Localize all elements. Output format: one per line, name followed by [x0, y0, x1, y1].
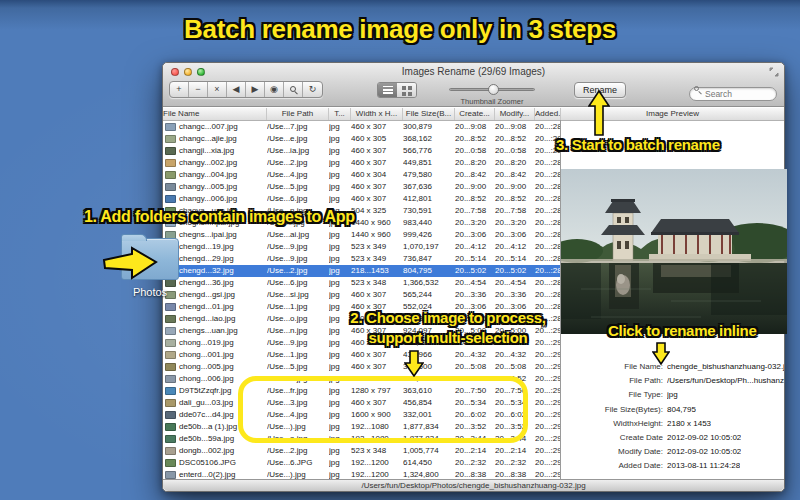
table-row[interactable]: changc...ajie.jpg/Use...e.jpgjpg460 x 30…: [163, 133, 560, 145]
table-row[interactable]: changy...002.jpg/Use...2.jpgjpg460 x 307…: [163, 157, 560, 169]
refresh-button[interactable]: ↻: [303, 82, 322, 97]
traffic-lights: [171, 68, 205, 76]
column-header[interactable]: T...: [329, 108, 351, 120]
created-cell: 20...9:00: [455, 181, 495, 193]
next-button[interactable]: ▶: [246, 82, 265, 97]
path-cell: /Use...7.jpg: [267, 121, 329, 133]
size-cell: 804,795: [403, 265, 455, 277]
dims-cell: 523 x 348: [351, 445, 403, 457]
thumbnail-icon: [165, 411, 176, 419]
added-cell: 20...:28: [535, 217, 560, 229]
added-cell: 20...:28: [535, 169, 560, 181]
modified-cell: 20...9:08: [495, 121, 535, 133]
previous-button[interactable]: ◀: [227, 82, 246, 97]
annotation-step2-line2: support multi-selection: [326, 328, 570, 348]
type-cell: jpg: [329, 277, 351, 289]
dims-cell: 460 x 305: [351, 133, 403, 145]
add-button[interactable]: +: [170, 82, 189, 97]
minimize-button[interactable]: [184, 68, 192, 76]
file-info-row[interactable]: File Type:jpg: [561, 388, 784, 402]
table-row[interactable]: chengd...32.jpg/Use...2.jpgjpg218...1453…: [163, 265, 560, 277]
delete-button[interactable]: ×: [208, 82, 227, 97]
added-cell: 20...:29: [535, 433, 560, 445]
file-name-cell: chengd...iao.jpg: [163, 313, 267, 325]
file-info-row[interactable]: Added Date:2013-08-11 11:24:28: [561, 459, 784, 473]
thumbnail-zoomer-label: Thumbnail Zoomer: [449, 97, 535, 106]
table-row[interactable]: changji...xia.jpg/Use...ia.jpgjpg460 x 3…: [163, 145, 560, 157]
column-header[interactable]: File Size(B...: [403, 108, 455, 120]
remove-button[interactable]: −: [189, 82, 208, 97]
file-name-cell: chong...001.jpg: [163, 349, 267, 361]
dims-cell: 460 x 307: [351, 157, 403, 169]
table-row[interactable]: changc...007.jpg/Use...7.jpgjpg460 x 307…: [163, 121, 560, 133]
table-row[interactable]: changy...005.jpg/Use...5.jpgjpg460 x 307…: [163, 181, 560, 193]
file-info-row[interactable]: WidthxHeight:2180 x 1453: [561, 417, 784, 431]
search-input[interactable]: [689, 87, 777, 101]
type-cell: jpg: [329, 289, 351, 301]
file-info-row[interactable]: File Path:/Users/fun/Desktop/Ph...hushan…: [561, 374, 784, 388]
file-info-row[interactable]: Modify Date:2012-09-02 10:05:02: [561, 445, 784, 459]
thumbnail-icon: [165, 183, 176, 191]
thumbnail-zoomer-slider[interactable]: [449, 88, 535, 91]
column-header[interactable]: Modify...: [495, 108, 535, 120]
zoom-button[interactable]: [197, 68, 205, 76]
table-row[interactable]: changy...004.jpg/Use...4.jpgjpg460 x 304…: [163, 169, 560, 181]
created-cell: 20...2:32: [455, 457, 495, 469]
info-value: 2012-09-02 10:05:02: [667, 431, 741, 445]
search-tool-button[interactable]: [284, 82, 303, 97]
file-name-cell: chong...005.jpg: [163, 361, 267, 373]
table-row[interactable]: chengd...19.jpg/Use...9.jpgjpg523 x 3491…: [163, 241, 560, 253]
info-label: WidthxHeight:: [561, 417, 667, 431]
column-header[interactable]: Added...: [535, 108, 561, 120]
file-info-row[interactable]: File Size(Bytes):804,795: [561, 403, 784, 417]
view-mode-toggle[interactable]: [377, 82, 417, 98]
thumbnail-icon: [165, 399, 176, 407]
annotation-step2: 2. Choose image to process, support mult…: [326, 308, 570, 348]
added-cell: 20...:28: [535, 121, 560, 133]
info-label: Create Date: [561, 431, 667, 445]
path-cell: /Use...6.jpg: [267, 193, 329, 205]
file-name-cell: changji...xia.jpg: [163, 145, 267, 157]
info-value: jpg: [667, 388, 678, 402]
created-cell: 20...3:36: [455, 289, 495, 301]
column-header[interactable]: Width x H...: [351, 108, 403, 120]
table-row[interactable]: chong...001.jpg/Use...1.jpgjpg460 x 3074…: [163, 349, 560, 361]
path-cell: /Use...e.jpg: [267, 133, 329, 145]
column-header[interactable]: Create...: [455, 108, 495, 120]
arrow-down-to-box-icon: [404, 350, 424, 377]
close-button[interactable]: [171, 68, 179, 76]
column-header[interactable]: File Name: [163, 108, 267, 120]
titlebar[interactable]: Images Rename (29/69 Images): [163, 63, 784, 80]
table-row[interactable]: chengd...36.jpg/Use...6.jpgjpg523 x 3481…: [163, 277, 560, 289]
column-header[interactable]: File Path: [267, 108, 329, 120]
desktop: { "annotations": { "title": "Batch renam…: [0, 0, 800, 500]
window-chrome: Images Rename (29/69 Images) +−×◀▶◉↻ Thu…: [163, 63, 784, 107]
modified-cell: 20...7:58: [495, 205, 535, 217]
table-row[interactable]: enterd...0(2).jpg/Use...).jpgjpg192...12…: [163, 469, 560, 479]
file-info-row[interactable]: File Name:chengde_bishushanzhuang-032.jp…: [561, 360, 784, 374]
file-info-row[interactable]: Create Date2012-09-02 10:05:02: [561, 431, 784, 445]
thumbnail-zoomer-knob[interactable]: [488, 84, 499, 95]
file-name-cell: changy...006.jpg: [163, 193, 267, 205]
created-cell: 20...3:06: [455, 229, 495, 241]
table-row[interactable]: dongb...002.jpg/Use...2.jpgjpg523 x 3481…: [163, 445, 560, 457]
table-row[interactable]: DSC05106.JPG/Use...6.JPGjpg192...1200614…: [163, 457, 560, 469]
table-row[interactable]: changy...006.jpg/Use...6.jpgjpg460 x 307…: [163, 193, 560, 205]
info-value: /Users/fun/Desktop/Ph...hushanzhuang-032…: [667, 374, 784, 388]
modified-cell: 20...8:38: [495, 469, 535, 479]
image-preview-photo: [561, 169, 787, 334]
dims-cell: 460 x 307: [351, 181, 403, 193]
added-cell: 20...:28: [535, 193, 560, 205]
search-icon: [694, 86, 699, 91]
list-view-icon[interactable]: [378, 83, 397, 97]
preview-button[interactable]: ◉: [265, 82, 284, 97]
thumbnail-icon: [165, 315, 176, 323]
table-row[interactable]: chong...005.jpg/Use...5.jpgjpg460 x 3073…: [163, 361, 560, 373]
resize-grip-icon[interactable]: [769, 67, 779, 77]
table-row[interactable]: chegns...ipai.jpg/Use...ai.jpgjpg1440 x …: [163, 229, 560, 241]
table-row[interactable]: chengd...29.jpg/Use...9.jpgjpg523 x 3497…: [163, 253, 560, 265]
created-cell: 20...0:58: [455, 145, 495, 157]
grid-view-icon[interactable]: [397, 83, 416, 97]
thumbnail-icon: [165, 123, 176, 131]
table-row[interactable]: chengd...gsi.jpg/Use...si.jpgjpg460 x 30…: [163, 289, 560, 301]
